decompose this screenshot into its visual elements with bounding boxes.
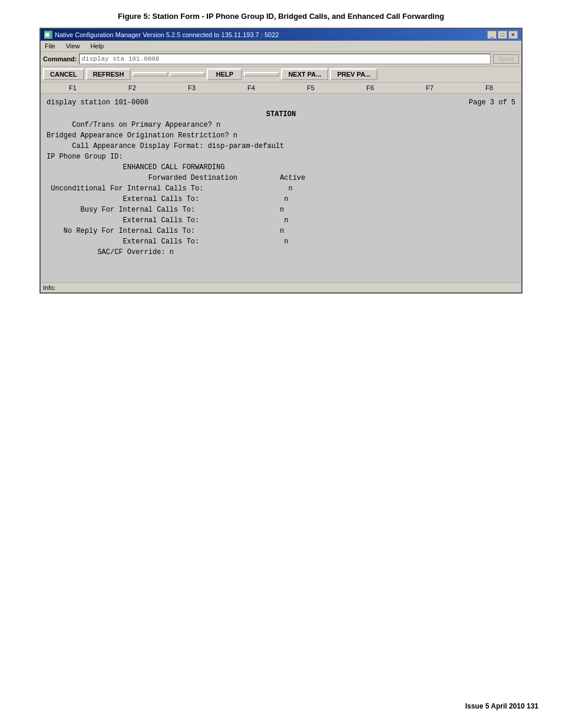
content-line-5: Call Appearance Display Format: disp-par…: [47, 141, 515, 151]
status-bar: Info:: [41, 282, 521, 292]
status-label: Info:: [43, 284, 55, 291]
fkey-f1[interactable]: F1: [43, 84, 103, 92]
window-frame: ▣ Native Configuration Manager Version 5…: [39, 28, 523, 294]
content-line-13: External Calls To: n: [47, 215, 515, 226]
refresh-button[interactable]: REFRESH: [86, 68, 131, 80]
fkey-f6[interactable]: F6: [340, 84, 400, 92]
title-bar-controls: _ □ ✕: [487, 31, 518, 39]
content-line-8: ENHANCED CALL FORWARDING: [47, 162, 515, 173]
fkey-f5[interactable]: F5: [281, 84, 340, 92]
fkey-f4[interactable]: F4: [222, 84, 281, 92]
content-line-14: No Reply For Internal Calls To: n: [47, 226, 515, 236]
window-title: Native Configuration Manager Version 5.2…: [55, 31, 279, 38]
menu-file[interactable]: File: [43, 42, 57, 50]
restore-button[interactable]: □: [498, 31, 507, 39]
command-label: Command:: [43, 55, 77, 62]
fkey-f2[interactable]: F2: [103, 84, 162, 92]
section-title: STATION: [47, 109, 515, 120]
empty-btn-3[interactable]: [244, 72, 279, 77]
content-area: display station 101-0008 Page 3 of 5 STA…: [41, 94, 521, 282]
menu-help[interactable]: Help: [88, 42, 105, 50]
page-footer: Issue 5 April 2010 131: [465, 702, 538, 710]
title-bar-left: ▣ Native Configuration Manager Version 5…: [44, 31, 279, 39]
command-bar: Command: Send: [41, 52, 521, 67]
content-line-17: SAC/CF Override: n: [47, 247, 515, 258]
menu-view[interactable]: View: [64, 42, 82, 50]
page-container: Figure 5: Station Form - IP Phone Group …: [0, 0, 562, 305]
prev-page-button[interactable]: PREV PA...: [330, 68, 378, 80]
fkey-bar: F1 F2 F3 F4 F5 F6 F7 F8: [41, 83, 521, 94]
cancel-button[interactable]: CANCEL: [43, 68, 84, 80]
fkey-f7[interactable]: F7: [400, 84, 459, 92]
menu-bar: File View Help: [41, 41, 521, 52]
content-line-11: External Calls To: n: [47, 194, 515, 205]
help-button[interactable]: HELP: [207, 68, 242, 80]
content-line-15: External Calls To: n: [47, 236, 515, 247]
app-icon: ▣: [44, 31, 52, 39]
fkey-f3[interactable]: F3: [162, 84, 222, 92]
content-line-10: Unconditional For Internal Calls To: n: [47, 183, 515, 194]
content-line-6: IP Phone Group ID:: [47, 151, 515, 162]
content-line-9: Forwarded Destination Active: [47, 173, 515, 183]
close-button[interactable]: ✕: [508, 31, 518, 39]
content-line-12: Busy For Internal Calls To: n: [47, 205, 515, 215]
figure-title: Figure 5: Station Form - IP Phone Group …: [24, 12, 538, 21]
next-page-button[interactable]: NEXT PA...: [281, 68, 328, 80]
empty-btn-1[interactable]: [133, 72, 168, 77]
command-input[interactable]: [79, 54, 491, 64]
toolbar: CANCEL REFRESH HELP NEXT PA... PREV PA..…: [41, 67, 521, 83]
command-display: display station 101-0008: [47, 98, 148, 107]
fkey-f8[interactable]: F8: [459, 84, 519, 92]
send-button[interactable]: Send: [493, 54, 519, 64]
content-line-1: Conf/Trans on Primary Appearance? n: [47, 120, 515, 130]
content-line-2: Bridged Appearance Origination Restricti…: [47, 130, 515, 141]
minimize-button[interactable]: _: [487, 31, 497, 39]
empty-btn-2[interactable]: [170, 72, 205, 77]
title-bar: ▣ Native Configuration Manager Version 5…: [41, 29, 521, 41]
page-info: Page 3 of 5: [469, 98, 515, 107]
